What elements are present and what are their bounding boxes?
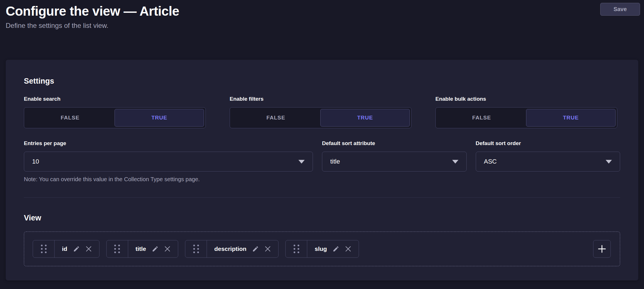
close-icon [345,246,351,252]
field-chip-label: title [136,245,146,252]
field-chip[interactable]: description [185,240,279,258]
field-chip[interactable]: title [106,240,178,258]
edit-field-button[interactable] [73,245,80,252]
close-icon [164,246,171,252]
default-sort-order-select[interactable]: ASC [476,152,620,172]
drag-handle-icon[interactable] [286,240,307,257]
plus-icon [598,245,606,253]
enable-filters-false-option[interactable]: FALSE [231,109,320,127]
enable-bulk-actions-true-option[interactable]: TRUE [526,109,616,127]
default-sort-order-label: Default sort order [476,140,620,146]
enable-bulk-actions-field: Enable bulk actions FALSE TRUE [435,96,620,128]
enable-filters-field: Enable filters FALSE TRUE [230,96,414,128]
section-divider [24,197,620,198]
enable-search-toggle: FALSE TRUE [24,107,206,128]
pencil-icon [333,245,339,252]
view-heading: View [24,214,620,222]
enable-bulk-actions-toggle: FALSE TRUE [435,107,617,128]
remove-field-button[interactable] [345,246,351,252]
edit-field-button[interactable] [252,245,259,252]
enable-filters-label: Enable filters [230,96,414,102]
enable-search-field: Enable search FALSE TRUE [24,96,209,128]
pencil-icon [73,245,80,252]
field-chip-label: description [214,245,246,252]
field-drop-zone: id title description [24,232,620,266]
enable-bulk-actions-label: Enable bulk actions [435,96,620,102]
edit-field-button[interactable] [152,245,159,252]
default-sort-order-field: Default sort order ASC [476,140,620,183]
field-chip-label: slug [315,245,327,252]
entries-per-page-select[interactable]: 10 [24,152,313,172]
remove-field-button[interactable] [86,246,92,252]
pencil-icon [152,245,159,252]
settings-panel: Settings Enable search FALSE TRUE Enable… [6,60,638,280]
chevron-down-icon [452,160,458,164]
enable-search-false-option[interactable]: FALSE [26,109,115,127]
toggle-row: Enable search FALSE TRUE Enable filters … [24,96,620,128]
enable-search-true-option[interactable]: TRUE [115,109,204,127]
page-title: Configure the view — Article [6,3,638,19]
entries-per-page-field: Entries per page 10 Note: You can overri… [24,140,313,183]
default-sort-order-value: ASC [484,158,497,165]
default-sort-attribute-field: Default sort attribute title [322,140,467,183]
enable-filters-true-option[interactable]: TRUE [320,109,410,127]
remove-field-button[interactable] [265,246,271,252]
enable-filters-toggle: FALSE TRUE [230,107,412,128]
drag-handle-icon[interactable] [33,240,55,257]
entries-per-page-value: 10 [32,158,39,165]
save-button[interactable]: Save [600,3,640,16]
entries-per-page-label: Entries per page [24,140,313,146]
settings-heading: Settings [24,77,620,86]
remove-field-button[interactable] [164,246,171,252]
page-subtitle: Define the settings of the list view. [6,22,638,30]
enable-search-label: Enable search [24,96,209,102]
drag-handle-icon[interactable] [185,240,207,257]
pencil-icon [252,245,259,252]
entries-per-page-note: Note: You can override this value in the… [24,176,313,183]
enable-bulk-actions-false-option[interactable]: FALSE [437,109,526,127]
field-chip[interactable]: slug [285,240,359,258]
field-chip[interactable]: id [33,240,99,258]
field-chip-label: id [62,245,67,252]
default-sort-attribute-value: title [330,158,340,165]
add-field-button[interactable] [593,240,611,258]
select-row: Entries per page 10 Note: You can overri… [24,140,620,183]
page-header: Configure the view — Article Define the … [0,0,644,60]
close-icon [265,246,271,252]
chevron-down-icon [606,160,612,164]
default-sort-attribute-select[interactable]: title [322,152,467,172]
default-sort-attribute-label: Default sort attribute [322,140,467,146]
drag-handle-icon[interactable] [107,240,128,257]
close-icon [86,246,92,252]
edit-field-button[interactable] [333,245,339,252]
chevron-down-icon [298,160,305,164]
